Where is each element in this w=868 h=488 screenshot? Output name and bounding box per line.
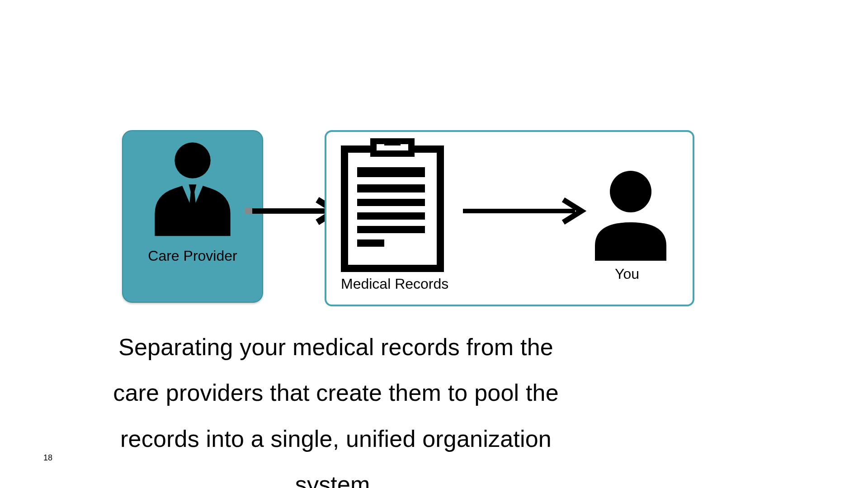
svg-rect-6 <box>357 167 425 177</box>
svg-rect-8 <box>357 199 425 206</box>
care-provider-label: Care Provider <box>148 248 237 264</box>
clipboard-icon <box>341 138 444 272</box>
person-icon <box>590 168 671 261</box>
slide-caption: Separating your medical records from the… <box>103 324 569 488</box>
svg-rect-9 <box>357 212 425 220</box>
svg-rect-10 <box>357 226 425 233</box>
svg-rect-3 <box>344 149 440 268</box>
page-number: 18 <box>43 453 52 463</box>
arrow-icon <box>463 197 590 225</box>
svg-rect-11 <box>357 239 384 247</box>
svg-point-12 <box>610 171 651 212</box>
svg-point-0 <box>175 142 210 178</box>
svg-rect-1 <box>245 208 252 214</box>
slide: Care Provider <box>0 0 868 488</box>
medical-records-label: Medical Records <box>341 276 448 292</box>
care-provider-box: Care Provider <box>122 130 263 303</box>
svg-rect-5 <box>384 138 401 145</box>
diagram-row: Care Provider <box>122 130 695 309</box>
business-person-icon <box>145 139 240 243</box>
svg-rect-7 <box>357 184 425 192</box>
you-label: You <box>615 266 639 282</box>
